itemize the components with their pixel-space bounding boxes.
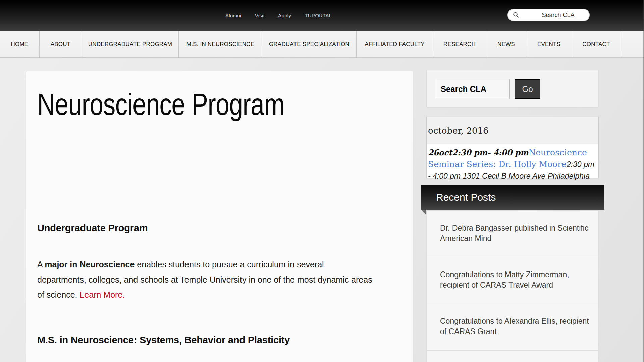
utility-link-apply[interactable]: Apply [278,13,291,18]
sidebar: Go october, 2016 26oct2:30 pm- 4:00 pmNe… [426,58,599,362]
sidebar-search-widget: Go [426,70,599,108]
header-search-input[interactable] [519,9,608,21]
top-utility-bar: Alumni Visit Apply TUPORTAL [0,0,644,31]
nav-item-about[interactable]: ABOUT [40,31,82,57]
event-datetime: 26oct2:30 pm- 4:00 pm [428,148,528,157]
calendar-month-label: october, 2016 [427,117,598,144]
page-title: Neuroscience Program [37,87,329,122]
nav-item-contact[interactable]: CONTACT [572,31,621,57]
search-icon [513,12,519,18]
post-link-bangasser[interactable]: Dr. Debra Bangasser published in Scienti… [426,210,599,257]
undergraduate-heading: Undergraduate Program [37,223,402,234]
utility-links: Alumni Visit Apply TUPORTAL [225,0,332,31]
main-content-panel: Neuroscience Program Undergraduate Progr… [26,71,413,362]
page: Alumni Visit Apply TUPORTAL HOME ABOUT U… [0,0,644,362]
nav-item-grad-spec[interactable]: GRADUATE SPECIALIZATION [262,31,357,57]
post-link-zimmerman[interactable]: Congratulations to Matty Zimmerman, reci… [426,257,599,304]
nav-item-home[interactable]: HOME [0,31,40,57]
nav-item-faculty[interactable]: AFFILIATED FACULTY [357,31,433,57]
nav-filler [621,31,644,57]
events-calendar-widget: october, 2016 26oct2:30 pm- 4:00 pmNeuro… [426,117,599,178]
intro-text-prefix: A [37,260,45,269]
post-link-ellis[interactable]: Congratulations to Alexandra Ellis, reci… [426,304,599,351]
intro-paragraph: A major in Neuroscience enables students… [37,257,373,302]
nav-item-research[interactable]: RESEARCH [433,31,486,57]
main-nav: HOME ABOUT UNDERGRADUATE PROGRAM M.S. IN… [0,31,644,58]
nav-item-ms[interactable]: M.S. IN NEUROSCIENCE [179,31,262,57]
nav-item-news[interactable]: NEWS [486,31,526,57]
intro-text-bold: major in Neuroscience [45,260,135,269]
header-search-pill[interactable] [507,9,590,21]
nav-item-events[interactable]: EVENTS [526,31,572,57]
sidebar-search-input[interactable] [435,79,510,99]
learn-more-link[interactable]: Learn More. [79,290,125,299]
utility-link-tuportal[interactable]: TUPORTAL [305,13,332,18]
utility-link-visit[interactable]: Visit [255,13,265,18]
recent-posts-ribbon-fold [421,210,426,215]
utility-link-alumni[interactable]: Alumni [225,13,241,18]
recent-posts-title: Recent Posts [436,192,496,203]
search-go-button[interactable]: Go [515,79,540,99]
ms-heading: M.S. in Neuroscience: Systems, Behavior … [37,335,402,346]
nav-item-undergraduate[interactable]: UNDERGRADUATE PROGRAM [82,31,179,57]
recent-posts-list: Dr. Debra Bangasser published in Scienti… [426,210,599,362]
recent-posts-header: Recent Posts [421,185,604,210]
post-cell-partial [426,350,599,362]
